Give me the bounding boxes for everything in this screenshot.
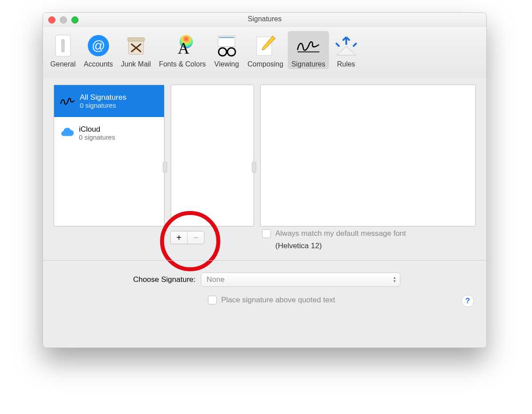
switch-icon (50, 33, 76, 59)
add-signature-button[interactable]: + (171, 231, 187, 244)
always-match-row: Always match my default message font (262, 229, 476, 238)
always-match-font: (Helvetica 12) (275, 242, 322, 250)
toolbar-tab-fonts[interactable]: A Fonts & Colors (155, 31, 209, 69)
content-area: All Signatures 0 signatures iCloud 0 sig… (43, 78, 486, 348)
compose-icon (253, 33, 278, 59)
toolbar-tab-signatures[interactable]: Signatures (288, 31, 329, 69)
icloud-icon (59, 128, 74, 138)
account-subtitle: 0 signatures (79, 133, 115, 141)
window-title: Signatures (43, 15, 486, 23)
divider (43, 260, 486, 261)
preferences-window: Signatures General @ (43, 12, 487, 348)
signature-icon (295, 33, 321, 59)
svg-marker-16 (336, 47, 356, 55)
toolbar-label: Signatures (291, 60, 325, 68)
resize-handle[interactable] (163, 162, 167, 172)
remove-signature-button[interactable]: − (187, 231, 204, 244)
resize-handle[interactable] (252, 162, 256, 172)
account-all-signatures[interactable]: All Signatures 0 signatures (54, 85, 164, 117)
place-above-checkbox[interactable] (208, 296, 217, 305)
toolbar-label: Rules (337, 60, 355, 68)
preferences-toolbar: General @ Accounts (43, 27, 486, 83)
toolbar-tab-viewing[interactable]: Viewing (210, 31, 243, 69)
svg-text:@: @ (92, 38, 105, 53)
toolbar-label: Composing (247, 60, 283, 68)
svg-point-13 (227, 48, 235, 56)
toolbar-tab-accounts[interactable]: @ Accounts (80, 31, 117, 69)
at-icon: @ (86, 33, 111, 59)
accounts-list[interactable]: All Signatures 0 signatures iCloud 0 sig… (54, 85, 164, 227)
place-above-label: Place signature above quoted text (221, 296, 335, 305)
svg-rect-1 (62, 39, 64, 52)
add-remove-bar: + − (170, 231, 204, 244)
titlebar: Signatures (43, 13, 486, 27)
toolbar-tab-general[interactable]: General (47, 31, 79, 69)
always-match-checkbox[interactable] (262, 229, 271, 238)
chevron-up-down-icon: ▲▼ (393, 276, 396, 283)
toolbar-label: Viewing (214, 60, 239, 68)
choose-signature-row: Choose Signature: None ▲▼ (54, 273, 476, 287)
choose-signature-label: Choose Signature: (54, 275, 196, 284)
svg-rect-11 (219, 37, 234, 38)
account-title: All Signatures (80, 93, 126, 102)
place-above-row: Place signature above quoted text (208, 296, 335, 305)
help-button[interactable]: ? (462, 295, 474, 307)
toolbar-tab-composing[interactable]: Composing (244, 31, 287, 69)
account-title: iCloud (79, 125, 115, 134)
toolbar-label: Fonts & Colors (159, 60, 206, 68)
always-match-label: Always match my default message font (275, 229, 406, 238)
choose-signature-popup[interactable]: None ▲▼ (201, 273, 400, 287)
glasses-icon (214, 33, 239, 59)
toolbar-tab-rules[interactable]: Rules (330, 31, 363, 69)
signature-editor[interactable] (260, 85, 476, 227)
toolbar-label: Junk Mail (121, 60, 151, 68)
svg-point-12 (219, 48, 227, 56)
account-subtitle: 0 signatures (80, 102, 126, 109)
toolbar-tab-junk[interactable]: Junk Mail (117, 31, 155, 69)
trash-icon (123, 33, 149, 59)
signatures-list[interactable] (171, 85, 254, 227)
svg-rect-5 (128, 38, 145, 41)
signature-icon (59, 95, 75, 107)
account-icloud[interactable]: iCloud 0 signatures (54, 117, 164, 149)
svg-text:A: A (178, 39, 189, 57)
toolbar-label: General (51, 60, 76, 68)
toolbar-label: Accounts (84, 60, 113, 68)
rules-icon (333, 33, 359, 59)
fonts-icon: A (169, 33, 195, 59)
choose-signature-value: None (207, 275, 225, 284)
